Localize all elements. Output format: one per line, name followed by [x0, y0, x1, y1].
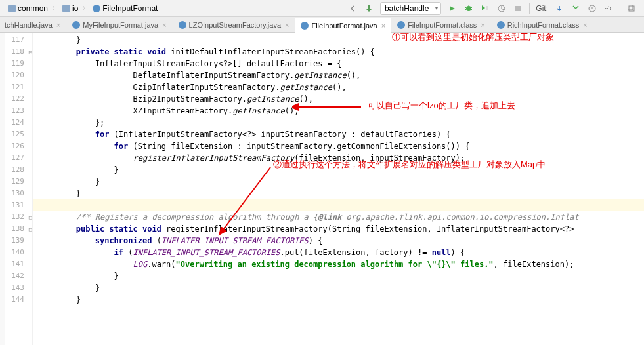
editor-area: 117 118 119 120 121 122 123 124 125 126 …: [0, 33, 644, 345]
git-update-button[interactable]: [552, 2, 567, 15]
folder-icon: [8, 5, 16, 12]
run-button[interactable]: [445, 2, 460, 15]
code-line: if (INFLATER_INPUT_STREAM_FACTORIES.put(…: [33, 247, 644, 258]
code-line: [33, 199, 644, 211]
code-line: }: [33, 294, 644, 306]
line-number[interactable]: 118: [5, 46, 32, 58]
tab-lzoinputstreamfactory[interactable]: LZOInputStreamFactory.java×: [173, 17, 295, 32]
svg-rect-5: [629, 6, 634, 11]
code-line: GzipInflaterInputStreamFactory.getInstan…: [33, 81, 644, 93]
code-line: public static void registerInflaterInput…: [33, 223, 644, 235]
close-icon[interactable]: ×: [162, 21, 166, 29]
code-line: }: [33, 34, 644, 46]
line-number[interactable]: 122: [5, 93, 32, 105]
line-number[interactable]: 121: [5, 81, 32, 93]
code-line: private static void initDefaultInflaterI…: [33, 46, 644, 58]
tab-myfileinputformat[interactable]: MyFileInputFormat.java×: [66, 17, 172, 32]
line-number[interactable]: 123: [5, 105, 32, 117]
close-icon[interactable]: ×: [56, 21, 60, 29]
breadcrumb-item-class[interactable]: FileInputFormat: [90, 3, 160, 14]
class-icon: [301, 22, 309, 30]
close-icon[interactable]: ×: [285, 21, 289, 29]
toolbar-right: batchHandle Git:: [345, 2, 639, 15]
code-line: };: [33, 117, 644, 129]
line-number[interactable]: 119: [5, 58, 32, 70]
code-line: DeflateInflaterInputStreamFactory.getIns…: [33, 70, 644, 81]
line-number[interactable]: 143: [5, 282, 32, 294]
close-icon[interactable]: ×: [481, 21, 484, 29]
breadcrumb-item-common[interactable]: common: [5, 3, 51, 14]
svg-rect-3: [515, 6, 521, 11]
code-line: LOG.warn("Overwriting an existing decomp…: [33, 258, 644, 270]
code-line: synchronized (INFLATER_INPUT_STREAM_FACT…: [33, 235, 644, 247]
code-line: registerInflaterInputStreamFactory(fileE…: [33, 152, 644, 164]
tab-fileinputformat-java[interactable]: FileInputFormat.java×: [295, 18, 391, 33]
code-line: }: [33, 176, 644, 188]
line-number[interactable]: 142: [5, 270, 32, 282]
code-line: }: [33, 270, 644, 282]
breadcrumb-item-io[interactable]: io: [60, 3, 81, 14]
svg-rect-1: [486, 6, 488, 10]
line-number[interactable]: 131: [5, 199, 32, 211]
code-line: for (InflaterInputStreamFactory<?> input…: [33, 129, 644, 140]
git-label: Git:: [534, 4, 550, 13]
line-number[interactable]: 144: [5, 294, 32, 306]
top-toolbar: common 〉 io 〉 FileInputFormat batchHandl…: [0, 0, 644, 17]
code-line: for (String fileExtension : inputStreamF…: [33, 140, 644, 152]
line-number[interactable]: 125: [5, 129, 32, 140]
git-history-button[interactable]: [585, 2, 599, 15]
line-number[interactable]: 120: [5, 70, 32, 81]
line-number[interactable]: 128: [5, 164, 32, 176]
svg-rect-6: [628, 5, 633, 10]
code-line: Bzip2InputStreamFactory.getInstance(),: [33, 93, 644, 105]
line-number[interactable]: 127: [5, 152, 32, 164]
run-coverage-button[interactable]: [478, 2, 492, 15]
build-button[interactable]: [362, 2, 376, 15]
line-number[interactable]: 132: [5, 211, 32, 223]
class-icon: [179, 21, 186, 29]
tab-tchhandle[interactable]: tchHandle.java×: [3, 17, 66, 32]
chevron-right-icon: 〉: [52, 4, 58, 13]
svg-point-0: [466, 6, 471, 11]
code-line: /** Registers a decompression algorithm …: [33, 211, 644, 223]
line-number[interactable]: 140: [5, 247, 32, 258]
line-number[interactable]: 138: [5, 223, 32, 235]
class-icon: [72, 21, 80, 29]
code-line: }: [33, 188, 644, 199]
git-commit-button[interactable]: [569, 2, 583, 15]
folder-icon: [62, 5, 70, 12]
code-editor[interactable]: } private static void initDefaultInflate…: [33, 33, 644, 345]
line-number[interactable]: 124: [5, 117, 32, 129]
close-icon[interactable]: ×: [583, 21, 587, 29]
line-number[interactable]: 129: [5, 176, 32, 188]
class-icon: [397, 21, 405, 29]
line-number[interactable]: 117: [5, 34, 32, 46]
tab-richinputformat-class[interactable]: RichInputFormat.class×: [491, 17, 593, 32]
breakpoint-margin[interactable]: [0, 33, 5, 345]
stop-button[interactable]: [511, 2, 525, 15]
tab-fileinputformat-class[interactable]: FileInputFormat.class×: [391, 17, 491, 32]
git-revert-button[interactable]: [601, 2, 616, 15]
run-config-select[interactable]: batchHandle: [380, 2, 441, 15]
editor-tabs: tchHandle.java× MyFileInputFormat.java× …: [0, 17, 644, 33]
breadcrumb: common 〉 io 〉 FileInputFormat: [5, 3, 160, 14]
search-everywhere-button[interactable]: [624, 2, 639, 15]
back-button[interactable]: [345, 2, 360, 15]
class-icon: [93, 5, 100, 12]
code-line: }: [33, 282, 644, 294]
line-number[interactable]: 126: [5, 140, 32, 152]
line-number[interactable]: 130: [5, 188, 32, 199]
code-line: InflaterInputStreamFactory<?>[] defaultF…: [33, 58, 644, 70]
class-icon: [497, 21, 505, 29]
line-number[interactable]: 141: [5, 258, 32, 270]
chevron-right-icon: 〉: [82, 4, 89, 13]
line-gutter: 117 118 119 120 121 122 123 124 125 126 …: [5, 33, 33, 345]
code-line: }: [33, 164, 644, 176]
code-line: XZInputStreamFactory.getInstance(),: [33, 105, 644, 117]
profile-button[interactable]: [494, 2, 509, 15]
line-number[interactable]: 139: [5, 235, 32, 247]
debug-button[interactable]: [462, 2, 476, 15]
close-icon[interactable]: ×: [381, 22, 385, 30]
